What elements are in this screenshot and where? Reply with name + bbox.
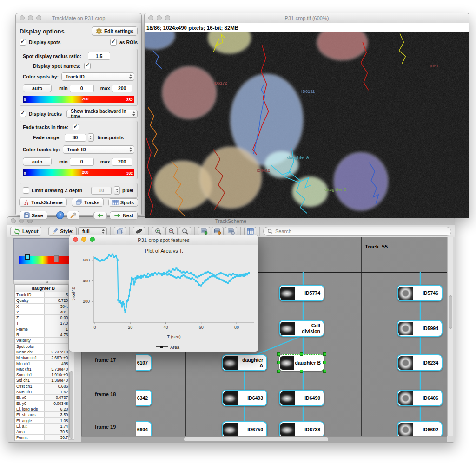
spot-node[interactable]: ID6493 [222,390,267,406]
search-input[interactable]: Search [263,227,451,236]
spot-node[interactable]: 6342 [136,390,152,406]
spot-names-checkbox[interactable] [84,63,91,69]
edit-settings-button[interactable]: Edit settings [92,26,138,36]
selection-handle[interactable] [277,370,280,373]
image-canvas[interactable]: ID6172ID6132daughter Adaughter BID61ID60… [145,32,469,218]
close-button[interactable] [73,237,78,242]
spot-node[interactable]: ID6750 [222,421,267,436]
data-point [152,273,154,275]
zoom-button[interactable] [36,15,41,20]
min-field[interactable]: 0 [70,158,94,166]
pane-splitter[interactable] [13,280,75,284]
fade-range-field[interactable]: 30 [65,134,86,142]
selection-handle[interactable] [300,352,303,356]
data-point [231,279,232,280]
spot-node[interactable]: Cell division [279,320,324,337]
display-spots-checkbox[interactable] [20,39,26,46]
trackmate-titlebar[interactable]: TrackMate on P31-crop [16,13,141,23]
layout-button[interactable]: Layout [10,227,41,236]
data-point [99,260,101,262]
spot-node[interactable]: ID6234 [397,354,443,371]
track-column-header[interactable]: Track_55 [365,244,388,249]
selection-handle[interactable] [300,370,303,373]
selection-handle[interactable] [323,370,326,373]
selection-handle[interactable] [323,361,326,364]
spot-node[interactable]: ID5746 [397,285,443,301]
graph-horizontal-scrollbar[interactable] [81,436,447,442]
data-point [220,272,222,274]
max-field[interactable]: 200 [112,158,132,166]
spot-node[interactable]: ID6490 [279,390,324,406]
selection-handle[interactable] [277,361,280,364]
horizontal-scrollbar-thumb[interactable] [184,437,328,441]
previous-button[interactable] [93,212,107,219]
spot-name-label: daughter A [287,155,310,160]
limit-z-stepper[interactable] [114,186,120,195]
spot-node[interactable]: 6604 [136,421,152,436]
minimize-button[interactable] [157,15,162,20]
capture-paint-icon [214,228,221,235]
plot-titlebar[interactable]: P31-crop spot features [69,235,258,245]
spot-node[interactable]: ID6406 [397,390,443,406]
table-row: Y 401.0 [15,309,72,315]
feature-name: Spot color [15,344,45,349]
display-tracks-checkbox[interactable] [20,111,26,117]
vertical-scrollbar-thumb[interactable] [449,295,452,329]
tools-button[interactable] [67,211,79,220]
image-titlebar[interactable]: P31-crop.tif (600%) [145,13,469,23]
selection-handle[interactable] [323,352,326,356]
auto-button[interactable]: auto [23,84,52,92]
info-button[interactable]: i [56,211,64,219]
color-tracks-select[interactable]: Track ID [63,145,134,154]
data-point [225,274,227,276]
min-field[interactable]: 0 [70,85,94,92]
data-point [236,275,238,277]
feature-value: 17.00 [45,320,72,326]
data-point [154,273,156,274]
track-display-mode-select[interactable]: Show tracks backward in time [66,110,138,118]
spot-node-label: ID5774 [295,290,324,296]
spot-node[interactable]: ID6738 [279,421,324,436]
zoom-button[interactable] [90,237,95,242]
fade-range-stepper[interactable] [88,133,94,142]
tracks-button[interactable]: Tracks [72,198,104,207]
zoom-button[interactable] [165,15,170,20]
spot-node[interactable]: ID5994 [397,320,443,337]
limit-z-checkbox[interactable] [23,187,29,194]
close-button[interactable] [11,218,16,223]
table-scrollbar-thumb[interactable] [69,371,73,439]
minimize-button[interactable] [28,15,33,20]
spot-node[interactable]: ID6692 [397,421,443,436]
data-point [234,276,236,278]
spot-thumbnail [280,356,294,370]
close-button[interactable] [148,15,153,20]
color-spots-select[interactable]: Track ID [61,72,134,81]
spot-node[interactable]: daughter A [222,354,267,371]
save-button[interactable]: Save [20,211,47,220]
spot-node[interactable]: 6107 [136,354,152,371]
data-point [245,274,246,276]
next-button[interactable]: Next [110,211,138,220]
minimize-button[interactable] [81,237,86,242]
spot-node[interactable]: daughter B [279,354,324,371]
auto-button[interactable]: auto [23,157,52,166]
graph-vertical-scrollbar[interactable] [447,237,453,436]
spot-node[interactable]: ID5774 [279,285,324,301]
spots-button[interactable]: Spots [108,198,138,207]
trackscheme-button[interactable]: TrackScheme [19,198,67,207]
data-point [231,274,232,276]
as-rois-checkbox[interactable] [110,39,117,46]
feature-name: El. x0 [15,395,45,400]
selection-handle[interactable] [277,352,280,356]
colorbar-handle[interactable] [54,255,59,262]
data-point [239,275,241,277]
data-point [137,277,139,279]
radius-ratio-field[interactable]: 1.5 [88,52,110,60]
colorbar-marker[interactable] [25,254,30,260]
fade-tracks-checkbox[interactable] [73,124,79,130]
magnifier-icon [182,228,189,235]
max-field[interactable]: 200 [112,85,132,92]
close-button[interactable] [20,15,25,20]
limit-z-field[interactable]: 10 [91,187,112,195]
data-point [163,274,165,275]
